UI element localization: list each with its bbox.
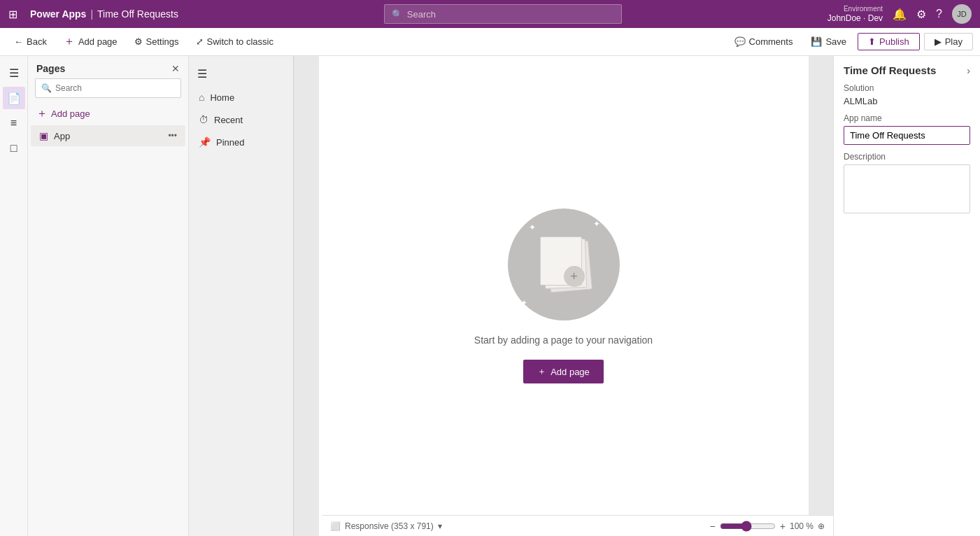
page-stack: +	[536, 237, 592, 292]
add-icon: ＋	[64, 34, 75, 49]
sparkle-top-left: ✦	[529, 223, 536, 232]
back-icon: ←	[14, 36, 23, 47]
switch-label: Switch to classic	[207, 36, 274, 47]
nav-item-pinned[interactable]: 📌 Pinned	[189, 131, 293, 153]
nav-recent-label: Recent	[214, 115, 243, 125]
app-name-field: App name	[844, 113, 970, 145]
pages-close-button[interactable]: ✕	[171, 63, 180, 74]
right-panel-header: Time Off Requests ›	[844, 64, 970, 76]
pages-search-box[interactable]: 🔍	[35, 78, 181, 98]
main-layout: ☰ 📄 ≡ □ Pages ✕ 🔍 ＋ Add page ▣ App ••• ☰…	[0, 56, 980, 536]
page-item-more-button[interactable]: •••	[168, 131, 177, 141]
solution-field: Solution ALMLab	[844, 83, 970, 106]
sidebar-pages-icon[interactable]: 📄	[3, 87, 25, 109]
home-icon: ⌂	[199, 92, 204, 103]
pages-search-input[interactable]	[55, 83, 175, 93]
add-page-panel-label: Add page	[51, 108, 90, 119]
pin-icon: 📌	[199, 136, 211, 148]
brand-app-label: Time Off Requests	[97, 8, 178, 20]
pages-header: Pages ✕	[28, 56, 188, 78]
right-panel: Time Off Requests › Solution ALMLab App …	[833, 56, 980, 536]
pages-title: Pages	[36, 63, 65, 74]
zoom-fit-icon[interactable]: ⊕	[818, 521, 825, 531]
save-button[interactable]: 💾 Save	[804, 34, 853, 50]
top-search-area: 🔍	[184, 4, 822, 24]
play-button[interactable]: ▶ Play	[924, 33, 973, 50]
play-icon: ▶	[935, 36, 942, 47]
settings-button[interactable]: ⚙ Settings	[127, 34, 186, 50]
settings-icon[interactable]: ⚙	[916, 8, 926, 21]
pages-panel: Pages ✕ 🔍 ＋ Add page ▣ App •••	[28, 56, 189, 536]
gear-icon: ⚙	[134, 36, 143, 47]
avatar[interactable]: JD	[952, 4, 972, 24]
description-field: Description	[844, 152, 970, 213]
canvas-add-page-button[interactable]: ＋ Add page	[523, 360, 604, 383]
help-icon[interactable]: ?	[936, 8, 942, 20]
publish-button[interactable]: ⬆ Publish	[858, 33, 920, 50]
add-page-button[interactable]: ＋ Add page	[57, 31, 125, 52]
global-search-box[interactable]: 🔍	[384, 4, 622, 24]
notification-icon[interactable]: 🔔	[893, 8, 907, 21]
top-bar: ⊞ Power Apps | Time Off Requests 🔍 Envir…	[0, 0, 980, 28]
brand-power-label: Power Apps	[30, 8, 86, 20]
zoom-minus-button[interactable]: −	[710, 521, 716, 532]
comments-button[interactable]: 💬 Comments	[727, 34, 800, 50]
env-name: JohnDoe · Dev	[828, 13, 883, 24]
responsive-chevron[interactable]: ▾	[438, 521, 442, 531]
nav-item-recent[interactable]: ⏱ Recent	[189, 108, 293, 131]
responsive-label: Responsive (353 x 791)	[345, 521, 434, 531]
save-label: Save	[825, 36, 846, 47]
global-search-input[interactable]	[407, 9, 614, 20]
responsive-icon: ⬜	[330, 521, 341, 531]
page-item-label: App	[54, 131, 162, 141]
page-item-app[interactable]: ▣ App •••	[31, 125, 185, 146]
zoom-plus-button[interactable]: +	[780, 521, 786, 532]
app-name-input[interactable]	[844, 126, 970, 145]
nav-item-home[interactable]: ⌂ Home	[189, 86, 293, 108]
nav-pinned-label: Pinned	[216, 137, 244, 148]
canvas-add-icon: ＋	[537, 365, 546, 378]
top-bar-right: Environment JohnDoe · Dev 🔔 ⚙ ? JD	[828, 4, 972, 24]
zoom-control: − + 100 % ⊕	[710, 521, 825, 532]
right-panel-chevron-icon[interactable]: ›	[967, 65, 970, 76]
search-icon: 🔍	[392, 9, 403, 20]
save-icon: 💾	[811, 36, 822, 47]
nav-hamburger-icon[interactable]: ☰	[189, 62, 293, 86]
back-button[interactable]: ← Back	[7, 34, 54, 50]
app-name-label: App name	[844, 113, 970, 123]
waffle-icon[interactable]: ⊞	[8, 8, 17, 21]
canvas-empty-text: Start by adding a page to your navigatio…	[474, 334, 653, 346]
sidebar-icons: ☰ 📄 ≡ □	[0, 56, 28, 536]
sparkle-bottom-left: ✦	[520, 298, 527, 308]
publish-icon: ⬆	[868, 36, 876, 47]
toolbar-right: 💬 Comments 💾 Save ⬆ Publish ▶ Play	[727, 33, 973, 50]
brand-separator: |	[90, 8, 93, 20]
sidebar-data-icon[interactable]: □	[3, 137, 25, 160]
zoom-slider[interactable]	[720, 521, 776, 532]
recent-icon: ⏱	[199, 114, 208, 125]
switch-classic-button[interactable]: ⤢ Switch to classic	[189, 34, 280, 50]
comments-label: Comments	[749, 36, 793, 47]
add-page-illustration: ✦ ✦ ✦ +	[508, 209, 620, 320]
page-item-icon: ▣	[39, 130, 48, 141]
pages-search-icon: 🔍	[41, 83, 52, 93]
play-label: Play	[945, 36, 963, 47]
add-page-panel-button[interactable]: ＋ Add page	[28, 102, 188, 125]
switch-icon: ⤢	[196, 36, 204, 47]
brand: Power Apps | Time Off Requests	[30, 8, 178, 20]
bottom-bar: ⬜ Responsive (353 x 791) ▾ − + 100 % ⊕	[322, 515, 833, 536]
add-page-plus-icon: ＋	[36, 106, 48, 121]
description-label: Description	[844, 152, 970, 162]
description-textarea[interactable]	[844, 164, 970, 213]
add-page-label: Add page	[78, 36, 118, 47]
sidebar-menu-icon[interactable]: ☰	[3, 62, 25, 84]
env-label: Environment	[844, 4, 883, 13]
right-panel-title: Time Off Requests	[844, 64, 936, 76]
nav-preview-panel: ☰ ⌂ Home ⏱ Recent 📌 Pinned	[189, 56, 294, 536]
canvas-add-label: Add page	[551, 367, 590, 377]
canvas-content: ✦ ✦ ✦ + Start by adding a page to your n…	[319, 56, 809, 536]
comments-icon: 💬	[734, 36, 746, 47]
back-label: Back	[27, 36, 47, 47]
sidebar-tree-icon[interactable]: ≡	[3, 112, 25, 134]
sparkle-top-right: ✦	[593, 219, 600, 229]
